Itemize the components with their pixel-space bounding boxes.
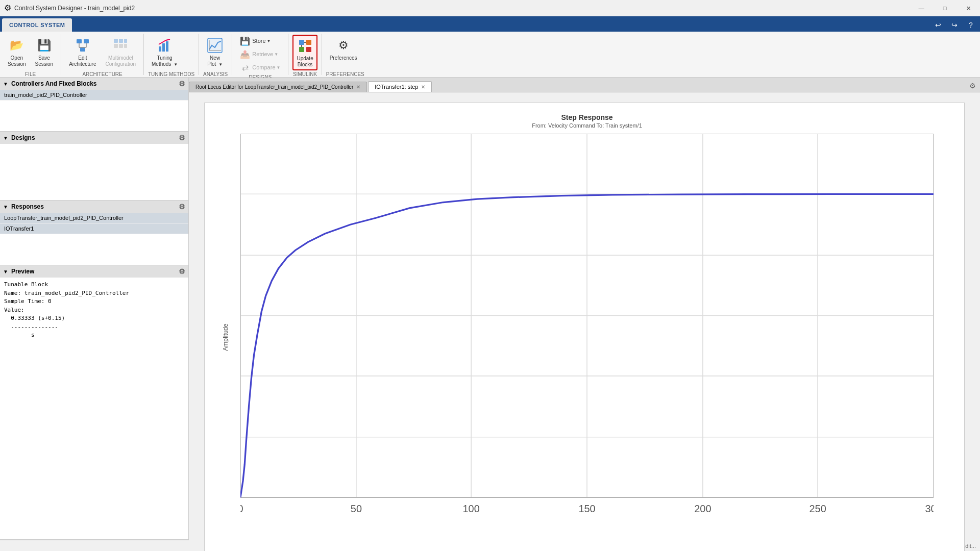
store-button[interactable]: 💾 Store ▼ bbox=[236, 35, 277, 47]
iotransfer-tab[interactable]: IOTransfer1: step ✕ bbox=[368, 81, 432, 92]
update-blocks-label: UpdateBlocks bbox=[297, 56, 313, 68]
response-item-1[interactable]: IOTransfer1 bbox=[0, 223, 188, 234]
ribbon-group-file: 📂 OpenSession 💾 SaveSession FILE bbox=[0, 34, 61, 75]
svg-rect-12 bbox=[124, 44, 127, 48]
new-plot-label: NewPlot ▼ bbox=[207, 55, 223, 67]
preview-gear-icon[interactable]: ⚙ bbox=[179, 267, 185, 276]
svg-text:200: 200 bbox=[694, 503, 711, 514]
preferences-label: Preferences bbox=[330, 55, 357, 61]
preview-panel-content: Tunable Block Name: train_model_pid2_PID… bbox=[0, 278, 188, 539]
ribbon-toolbar: 📂 OpenSession 💾 SaveSession FILE bbox=[0, 32, 980, 78]
responses-panel-title: Responses bbox=[11, 203, 44, 210]
open-session-label: OpenSession bbox=[8, 55, 26, 67]
help-button[interactable]: ? bbox=[964, 18, 978, 32]
architecture-group-items: EditArchitecture MultimodelConfiguration bbox=[65, 35, 139, 70]
new-plot-icon bbox=[207, 37, 223, 54]
svg-rect-11 bbox=[119, 44, 123, 48]
edit-architecture-label: EditArchitecture bbox=[69, 55, 96, 67]
preview-panel: ▼ Preview ⚙ Tunable Block Name: train_mo… bbox=[0, 265, 188, 540]
compare-button[interactable]: ⇄ Compare ▼ bbox=[236, 61, 284, 73]
store-label: Store bbox=[252, 38, 265, 44]
analysis-group-label: ANALYSIS bbox=[203, 70, 228, 77]
compare-label: Compare bbox=[252, 64, 275, 70]
ribbon-tab-control-system[interactable]: CONTROL SYSTEM bbox=[2, 18, 72, 32]
main-content: ▼ Controllers And Fixed Blocks ⚙ train_m… bbox=[0, 78, 980, 540]
plot-area: Step Response From: Velocity Command To:… bbox=[189, 92, 980, 551]
root-locus-tab-close[interactable]: ✕ bbox=[356, 84, 360, 90]
svg-text:250: 250 bbox=[810, 503, 826, 514]
minimize-button[interactable]: — bbox=[910, 0, 933, 16]
tuning-methods-button[interactable]: TuningMethods ▼ bbox=[148, 35, 181, 70]
responses-gear-icon[interactable]: ⚙ bbox=[179, 203, 185, 211]
response-item-0[interactable]: LoopTransfer_train_model_pid2_PID_Contro… bbox=[0, 213, 188, 223]
controllers-panel: ▼ Controllers And Fixed Blocks ⚙ train_m… bbox=[0, 78, 188, 132]
ribbon-group-tuning: TuningMethods ▼ TUNING METHODS bbox=[144, 34, 199, 75]
multimodel-config-label: MultimodelConfiguration bbox=[106, 55, 136, 67]
save-session-icon: 💾 bbox=[36, 37, 52, 54]
svg-rect-14 bbox=[162, 43, 165, 52]
ribbon-group-simulink: UpdateBlocks SIMULINK bbox=[288, 34, 322, 75]
responses-triangle-icon: ▼ bbox=[3, 204, 8, 210]
open-session-icon: 📂 bbox=[9, 37, 25, 54]
svg-rect-1 bbox=[84, 39, 89, 43]
svg-rect-7 bbox=[114, 39, 118, 43]
undo-button[interactable]: ↩ bbox=[931, 18, 945, 32]
iotransfer-tab-close[interactable]: ✕ bbox=[421, 84, 425, 90]
chart-title: Step Response bbox=[240, 113, 934, 121]
controllers-panel-header[interactable]: ▼ Controllers And Fixed Blocks ⚙ bbox=[0, 78, 188, 90]
redo-button[interactable]: ↪ bbox=[947, 18, 962, 32]
controllers-empty-area bbox=[0, 101, 188, 131]
svg-rect-17 bbox=[299, 40, 304, 45]
retrieve-label: Retrieve bbox=[252, 51, 273, 57]
designs-gear-icon[interactable]: ⚙ bbox=[179, 134, 185, 142]
update-blocks-button[interactable]: UpdateBlocks bbox=[292, 35, 317, 70]
edit-architecture-button[interactable]: EditArchitecture bbox=[65, 35, 100, 70]
ribbon-tab-bar: CONTROL SYSTEM ↩ ↪ ? bbox=[0, 16, 980, 32]
controllers-gear-icon[interactable]: ⚙ bbox=[179, 80, 185, 88]
designs-panel-content bbox=[0, 144, 188, 200]
preview-triangle-icon: ▼ bbox=[3, 269, 8, 274]
preferences-group-items: ⚙ Preferences bbox=[326, 35, 364, 70]
preferences-icon: ⚙ bbox=[335, 37, 352, 54]
svg-text:50: 50 bbox=[351, 503, 362, 514]
file-group-label: FILE bbox=[4, 70, 57, 77]
svg-text:0: 0 bbox=[240, 503, 243, 514]
controller-item-0[interactable]: train_model_pid2_PID_Controller bbox=[0, 90, 188, 101]
preview-panel-header[interactable]: ▼ Preview ⚙ bbox=[0, 265, 188, 278]
tuning-group-label: TUNING METHODS bbox=[148, 70, 194, 77]
retrieve-button[interactable]: 📤 Retrieve ▼ bbox=[236, 48, 282, 60]
root-locus-tab[interactable]: Root Locus Editor for LoopTransfer_train… bbox=[189, 82, 367, 92]
simulink-group-items: UpdateBlocks bbox=[292, 35, 317, 70]
save-session-button[interactable]: 💾 SaveSession bbox=[32, 35, 57, 70]
file-group-items: 📂 OpenSession 💾 SaveSession bbox=[4, 35, 57, 70]
multimodel-config-button[interactable]: MultimodelConfiguration bbox=[102, 35, 139, 70]
responses-empty-area bbox=[0, 234, 188, 265]
new-plot-button[interactable]: NewPlot ▼ bbox=[203, 35, 227, 70]
close-button[interactable]: ✕ bbox=[957, 0, 980, 16]
analysis-group-items: NewPlot ▼ bbox=[203, 35, 228, 70]
svg-text:300: 300 bbox=[925, 503, 934, 514]
svg-rect-0 bbox=[77, 39, 82, 43]
simulink-group-label: SIMULINK bbox=[292, 70, 317, 77]
responses-panel-content: LoopTransfer_train_model_pid2_PID_Contro… bbox=[0, 213, 188, 265]
svg-rect-10 bbox=[114, 44, 118, 48]
responses-panel-header[interactable]: ▼ Responses ⚙ bbox=[0, 201, 188, 213]
ribbon-group-preferences: ⚙ Preferences PREFERENCES bbox=[322, 34, 369, 75]
compare-icon: ⇄ bbox=[240, 62, 250, 72]
store-icon: 💾 bbox=[240, 36, 250, 46]
tuning-group-items: TuningMethods ▼ bbox=[148, 35, 194, 70]
preferences-group-label: PREFERENCES bbox=[326, 70, 364, 77]
svg-text:100: 100 bbox=[463, 503, 480, 514]
svg-rect-9 bbox=[124, 39, 127, 43]
preferences-button[interactable]: ⚙ Preferences bbox=[326, 35, 361, 70]
edit-architecture-icon bbox=[75, 37, 91, 54]
designs-triangle-icon: ▼ bbox=[3, 135, 8, 141]
tab-settings-icon[interactable]: ⚙ bbox=[965, 80, 980, 92]
designs-group-items: 💾 Store ▼ 📤 Retrieve ▼ ⇄ Compare ▼ bbox=[236, 35, 284, 73]
architecture-group-label: ARCHITECTURE bbox=[65, 70, 139, 77]
maximize-button[interactable]: □ bbox=[933, 0, 957, 16]
open-session-button[interactable]: 📂 OpenSession bbox=[4, 35, 30, 70]
designs-panel-header[interactable]: ▼ Designs ⚙ bbox=[0, 132, 188, 144]
controllers-panel-title: Controllers And Fixed Blocks bbox=[11, 80, 97, 87]
svg-rect-13 bbox=[159, 46, 161, 52]
